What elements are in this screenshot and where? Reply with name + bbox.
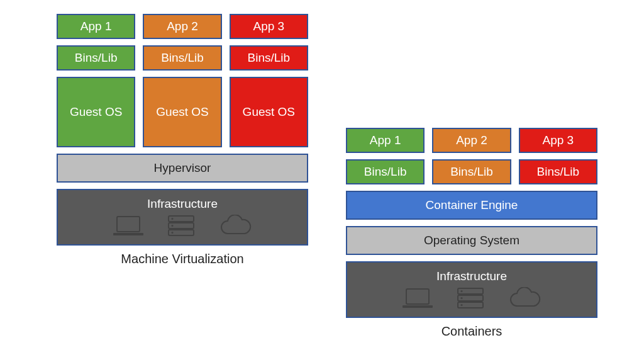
svg-rect-0 xyxy=(117,217,140,232)
svg-point-5 xyxy=(172,225,174,227)
vm-app-1: App 1 xyxy=(57,14,135,39)
ctr-app-3: App 3 xyxy=(519,128,597,153)
guest-os-label: Guest OS xyxy=(156,106,208,119)
vm-guestos-2: Guest OS xyxy=(143,77,221,147)
ctr-bins-1: Bins/Lib xyxy=(346,159,425,184)
vm-app-2: App 2 xyxy=(143,14,221,39)
infra-icons xyxy=(401,287,542,310)
ctr-bins-row: Bins/Lib Bins/Lib Bins/Lib xyxy=(346,159,597,184)
vm-guestos-3: Guest OS xyxy=(230,77,308,147)
ctr-caption: Containers xyxy=(346,324,597,339)
ctr-app-1: App 1 xyxy=(346,128,425,153)
hypervisor-layer: Hypervisor xyxy=(57,154,308,183)
svg-rect-9 xyxy=(402,305,433,308)
svg-rect-8 xyxy=(406,289,429,304)
cloud-icon xyxy=(507,287,542,310)
vm-apps-row: App 1 App 2 App 3 xyxy=(57,14,308,39)
container-stack: App 1 App 2 App 3 Bins/Lib Bins/Lib Bins… xyxy=(346,14,597,339)
svg-point-15 xyxy=(461,304,463,306)
svg-point-11 xyxy=(461,290,463,292)
server-icon xyxy=(167,215,195,237)
guest-os-label: Guest OS xyxy=(243,106,295,119)
svg-point-13 xyxy=(461,297,463,299)
infrastructure-label: Infrastructure xyxy=(436,269,507,283)
vm-caption: Machine Virtualization xyxy=(57,252,308,266)
ctr-bins-2: Bins/Lib xyxy=(432,159,511,184)
svg-point-3 xyxy=(172,218,174,220)
vm-guestos-row: Guest OS Guest OS Guest OS xyxy=(57,77,308,147)
vm-infrastructure-layer: Infrastructure xyxy=(57,189,308,246)
ctr-apps-row: App 1 App 2 App 3 xyxy=(346,128,597,153)
laptop-icon xyxy=(112,215,145,237)
svg-point-7 xyxy=(172,232,174,234)
svg-rect-1 xyxy=(113,233,143,235)
infra-icons xyxy=(112,215,253,237)
vm-bins-row: Bins/Lib Bins/Lib Bins/Lib xyxy=(57,45,308,71)
vm-bins-2: Bins/Lib xyxy=(143,45,221,71)
ctr-bins-3: Bins/Lib xyxy=(519,159,597,184)
vm-guestos-1: Guest OS xyxy=(57,77,135,147)
container-engine-layer: Container Engine xyxy=(346,191,597,220)
server-icon xyxy=(457,287,484,310)
ctr-infrastructure-layer: Infrastructure xyxy=(346,261,597,318)
guest-os-label: Guest OS xyxy=(70,106,122,119)
infrastructure-label: Infrastructure xyxy=(147,197,218,211)
vm-app-3: App 3 xyxy=(230,14,308,39)
os-layer: Operating System xyxy=(346,226,597,255)
vm-bins-1: Bins/Lib xyxy=(57,45,135,71)
vm-stack: App 1 App 2 App 3 Bins/Lib Bins/Lib Bins… xyxy=(57,14,308,339)
ctr-app-2: App 2 xyxy=(432,128,511,153)
vm-bins-3: Bins/Lib xyxy=(230,45,308,71)
cloud-icon xyxy=(218,215,253,237)
laptop-icon xyxy=(401,288,434,309)
